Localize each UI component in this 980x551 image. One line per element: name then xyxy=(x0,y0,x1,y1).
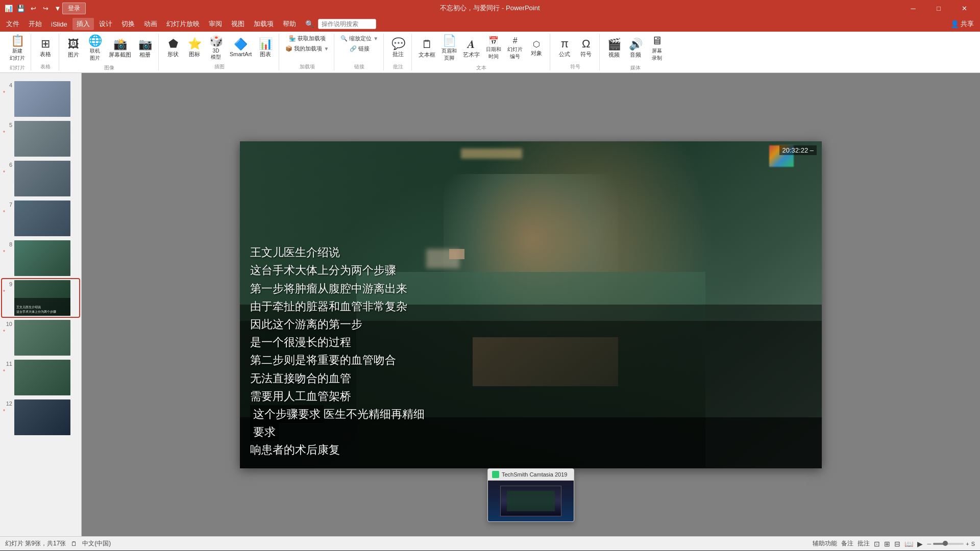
subtitle-line-5: 因此这个游离的第一步 xyxy=(250,315,812,333)
slide-item-5[interactable]: 5 * xyxy=(2,120,79,158)
menu-addins[interactable]: 加载项 xyxy=(250,18,278,30)
links-group-label: 链接 xyxy=(354,62,364,70)
view-grid-icon[interactable]: ⊟ xyxy=(894,540,900,548)
search-input[interactable] xyxy=(322,20,373,28)
slide-thumb-12[interactable] xyxy=(14,399,70,435)
smartart-button[interactable]: 🔷 SmartArt xyxy=(227,37,254,59)
slide-item-11[interactable]: 11 * xyxy=(2,359,79,396)
share-button[interactable]: 👤 共享 xyxy=(946,18,978,30)
slide-item-12[interactable]: 12 * xyxy=(2,398,79,436)
slide-item-9[interactable]: 9 * 王文儿医生介绍说这台手术大体上分为两个步骤 xyxy=(2,279,79,317)
online-pic-button[interactable]: 🌐 联机图片 xyxy=(85,34,105,63)
comments-button[interactable]: 批注 xyxy=(857,539,870,548)
quick-save-icon[interactable]: 💾 xyxy=(16,4,26,13)
menu-insert[interactable]: 插入 xyxy=(72,18,94,30)
accessibility-button[interactable]: 辅助功能 xyxy=(813,539,837,548)
equation-button[interactable]: π 公式 xyxy=(554,37,575,60)
zoom-control[interactable]: ─ + S xyxy=(927,541,975,547)
menu-view[interactable]: 视图 xyxy=(227,18,249,30)
3d-button[interactable]: 🎲 3D模型 xyxy=(206,34,226,62)
camtasia-app-name: TechSmith Camtasia 2019 xyxy=(502,471,567,478)
login-button[interactable]: 登录 xyxy=(62,3,86,14)
screen-rec-button[interactable]: 🖥 屏幕录制 xyxy=(647,34,667,63)
close-button[interactable]: ✕ xyxy=(952,0,976,16)
undo-icon[interactable]: ↩ xyxy=(29,4,38,13)
screenshot-button[interactable]: 📸 屏幕截图 xyxy=(106,37,134,60)
chart-button[interactable]: 📊 图表 xyxy=(255,37,276,60)
slide-thumb-7[interactable] xyxy=(14,201,70,236)
table-button[interactable]: ⊞ 表格 xyxy=(35,37,56,60)
view-normal-icon[interactable]: ⊡ xyxy=(874,540,880,548)
slide-thumb-11[interactable] xyxy=(14,360,70,395)
subtitle-line-3: 第一步将肿瘤从腹腔中游离出来 xyxy=(250,280,812,297)
ppt-icon: 📊 xyxy=(4,4,13,13)
slide-item-4[interactable]: 4 * xyxy=(2,80,79,118)
equation-icon: π xyxy=(561,38,569,49)
ribbon-group-slides: 📋 新建幻灯片 幻灯片 xyxy=(4,34,31,70)
status-bar: 幻灯片 第9张，共17张 🗒 中文(中国) 辅助功能 备注 批注 ⊡ ⊞ ⊟ 📖… xyxy=(0,536,980,550)
search-bar[interactable] xyxy=(318,19,376,29)
redo-icon[interactable]: ↪ xyxy=(41,4,50,13)
album-button[interactable]: 📷 相册 xyxy=(135,37,155,60)
subtitle-block: 王文儿医生介绍说 这台手术大体上分为两个步骤 第一步将肿瘤从腹腔中游离出来 由于… xyxy=(240,239,822,463)
symbols-group-label: 符号 xyxy=(570,62,580,70)
subtitle-line-2: 这台手术大体上分为两个步骤 xyxy=(250,261,812,279)
slide-thumb-5[interactable] xyxy=(14,121,70,157)
header-button[interactable]: 📄 页眉和页脚 xyxy=(439,34,459,63)
menu-islide[interactable]: iSlide xyxy=(47,19,71,30)
menu-animations[interactable]: 动画 xyxy=(140,18,161,30)
symbol-button[interactable]: Ω 符号 xyxy=(576,37,596,60)
camtasia-tooltip[interactable]: TechSmith Camtasia 2019 xyxy=(487,468,574,522)
customize-icon[interactable]: ▼ xyxy=(53,4,62,13)
slide-item-6[interactable]: 6 * xyxy=(2,160,79,197)
audio-icon: 🔊 xyxy=(629,39,643,50)
slide-item-7[interactable]: 7 * xyxy=(2,199,79,237)
zoom-handle[interactable] xyxy=(943,541,948,546)
notes-button[interactable]: 备注 xyxy=(841,539,853,548)
view-reading-icon[interactable]: 📖 xyxy=(904,540,913,548)
menu-transitions[interactable]: 切换 xyxy=(117,18,139,30)
object-button[interactable]: ⬡ 对象 xyxy=(526,39,547,59)
menu-design[interactable]: 设计 xyxy=(95,18,116,30)
textbox-button[interactable]: 🗒 文本框 xyxy=(416,37,438,60)
zoom-label: 缩放定位 xyxy=(349,35,372,42)
slide-thumb-8[interactable] xyxy=(14,240,70,276)
equation-label: 公式 xyxy=(559,51,570,58)
screenshot-icon: 📸 xyxy=(113,39,127,50)
shapes-button[interactable]: ⬟ 形状 xyxy=(163,37,183,60)
slide-thumb-6[interactable] xyxy=(14,161,70,196)
picture-button[interactable]: 🖼 图片 xyxy=(63,37,84,60)
slide-thumb-10[interactable] xyxy=(14,320,70,356)
video-icon: 🎬 xyxy=(607,39,621,50)
audio-button[interactable]: 🔊 音频 xyxy=(625,37,646,60)
view-outline-icon[interactable]: ⊞ xyxy=(884,540,890,548)
slide-thumb-4[interactable] xyxy=(14,81,70,117)
slide-item-8[interactable]: 8 * xyxy=(2,239,79,277)
video-button[interactable]: 🎬 视频 xyxy=(604,37,624,60)
link-button[interactable]: 🔗 链接 xyxy=(348,44,372,54)
menu-review[interactable]: 审阅 xyxy=(205,18,226,30)
menu-file[interactable]: 文件 xyxy=(2,18,23,30)
maximize-button[interactable]: □ xyxy=(927,0,950,16)
date-button[interactable]: 📅 日期和时间 xyxy=(483,35,504,62)
new-slide-button[interactable]: 📋 新建幻灯片 xyxy=(7,34,28,63)
comment-button[interactable]: 💬 批注 xyxy=(388,37,408,60)
wordart-button[interactable]: 𝑨 艺术字 xyxy=(460,37,482,60)
my-addon-button[interactable]: 📦 我的加载项 ▼ xyxy=(283,44,331,54)
slideshow-icon[interactable]: ▶ xyxy=(917,540,923,548)
zoom-slider[interactable] xyxy=(933,543,964,545)
slidenum-button[interactable]: # 幻灯片编号 xyxy=(505,35,525,62)
menu-help[interactable]: 帮助 xyxy=(279,18,300,30)
minimize-button[interactable]: ─ xyxy=(901,0,925,16)
canvas-area[interactable]: 20:32:22 – 王文儿医生介绍说 这台手术大体上分为两个步骤 第一步将肿瘤… xyxy=(82,73,980,536)
slide-thumb-9[interactable]: 王文儿医生介绍说这台手术大体上分为两个步骤 xyxy=(14,280,70,316)
menu-slideshow[interactable]: 幻灯片放映 xyxy=(162,18,204,30)
menu-home[interactable]: 开始 xyxy=(24,18,46,30)
slide-item-10[interactable]: 10 * xyxy=(2,319,79,357)
slide-panel[interactable]: 4 * 5 * 6 * 7 * xyxy=(0,73,82,536)
zoom-button[interactable]: 🔍 缩放定位 ▼ xyxy=(338,34,380,43)
icons-button[interactable]: ⭐ 图标 xyxy=(184,37,205,60)
get-addon-button[interactable]: 🏪 获取加载项 xyxy=(287,34,328,43)
title-bar: 📊 💾 ↩ ↪ ▼ 不忘初心，与爱同行 - PowerPoint 登录 ─ □ … xyxy=(0,0,980,16)
subtitle-line-1: 王文儿医生介绍说 xyxy=(250,243,812,261)
